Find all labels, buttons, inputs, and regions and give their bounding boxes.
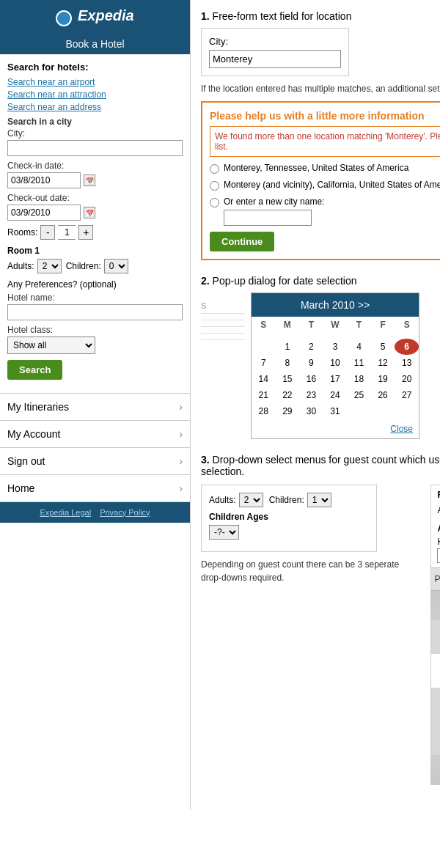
calendar-day bbox=[299, 333, 323, 339]
sidebar-item-home[interactable]: Home › bbox=[0, 475, 190, 502]
checkout-input[interactable] bbox=[7, 205, 81, 221]
hotel-name-input[interactable] bbox=[7, 304, 183, 320]
room1-header: Room 1 bbox=[7, 246, 183, 256]
calendar-day[interactable]: 28 bbox=[252, 403, 276, 419]
calendar-day[interactable]: 15 bbox=[276, 371, 300, 387]
search-near-airport-link[interactable]: Search near an airport bbox=[7, 77, 183, 87]
calendar-week-row bbox=[252, 333, 419, 339]
picker-item-2-selected[interactable]: ✓ 2 bbox=[431, 654, 440, 688]
calendar-day[interactable]: 1 bbox=[276, 339, 300, 355]
my-account-label: My Account bbox=[7, 428, 60, 440]
calendar-day[interactable]: 2 bbox=[299, 339, 323, 355]
calendar-day[interactable]: 29 bbox=[276, 403, 300, 419]
children-select[interactable]: 0123 bbox=[104, 259, 128, 273]
city-text-input[interactable] bbox=[209, 50, 341, 68]
calendar-day bbox=[395, 403, 419, 419]
book-hotel-header: Book a Hotel bbox=[0, 34, 190, 54]
calendar-day[interactable]: 24 bbox=[323, 387, 348, 403]
calendar-day[interactable]: 8 bbox=[276, 355, 300, 371]
calendar-day[interactable]: 31 bbox=[323, 403, 348, 419]
rooms-decrease-button[interactable]: - bbox=[40, 225, 55, 240]
checkout-row: 📅 bbox=[7, 205, 183, 221]
checkin-input[interactable] bbox=[7, 172, 81, 188]
search-near-address-link[interactable]: Search near an address bbox=[7, 102, 183, 112]
calendar-day[interactable]: 26 bbox=[371, 387, 395, 403]
search-near-attraction-link[interactable]: Search near an attraction bbox=[7, 89, 183, 100]
calendar-day bbox=[276, 333, 300, 339]
calendar-day[interactable]: 6 bbox=[395, 339, 419, 355]
calendar-day[interactable]: 3 bbox=[323, 339, 348, 355]
picker-item-3[interactable]: 3 bbox=[431, 688, 440, 721]
cal-day-mon: M bbox=[276, 317, 300, 333]
city-input[interactable] bbox=[7, 140, 183, 156]
calendar-day[interactable]: 27 bbox=[395, 387, 419, 403]
checkin-calendar-icon[interactable]: 📅 bbox=[84, 174, 95, 186]
calendar-day[interactable]: 5 bbox=[371, 339, 395, 355]
adults-select[interactable]: 2134 bbox=[37, 259, 62, 273]
calendar-day[interactable]: 30 bbox=[299, 403, 323, 419]
s3r-hotel-name-input[interactable] bbox=[437, 548, 440, 563]
privacy-policy-link[interactable]: Privacy Policy bbox=[100, 508, 150, 517]
s3-adults-row: Adults: 213 Children: 102 bbox=[209, 493, 369, 507]
s3-adults-select[interactable]: 213 bbox=[239, 493, 263, 507]
calendar-day[interactable]: 13 bbox=[395, 355, 419, 371]
age-select[interactable]: -?- bbox=[209, 525, 239, 540]
expedia-legal-link[interactable]: Expedia Legal bbox=[40, 508, 91, 517]
help-box-title: Please help us with a little more inform… bbox=[210, 110, 440, 122]
city-box-label: City: bbox=[209, 36, 341, 47]
picker-overlay-top bbox=[431, 591, 440, 620]
new-city-input[interactable] bbox=[224, 210, 312, 226]
expedia-logo-text: Expedia bbox=[78, 7, 134, 23]
calendar-day[interactable]: 19 bbox=[371, 371, 395, 387]
s3r-hotel-name-label: Hotel name: bbox=[437, 537, 440, 547]
section2: 2. Pop-up dialog for date selection S Ma… bbox=[201, 275, 440, 439]
picker-item-4[interactable]: 4 bbox=[431, 721, 440, 755]
calendar-close-link[interactable]: Close bbox=[390, 424, 413, 434]
calendar-table: S M T W T F S 12345678910111213141516171… bbox=[252, 317, 419, 419]
picker-item-1[interactable]: 1 bbox=[431, 620, 440, 654]
calendar-day[interactable]: 7 bbox=[252, 355, 276, 371]
calendar-day[interactable]: 22 bbox=[276, 387, 300, 403]
guest-count-box: Adults: 213 Children: 102 Children Ages bbox=[201, 485, 377, 552]
s3-children-select[interactable]: 102 bbox=[307, 493, 331, 507]
my-itineraries-arrow-icon: › bbox=[179, 401, 183, 413]
checkout-calendar-icon[interactable]: 📅 bbox=[84, 207, 95, 218]
calendar-day[interactable]: 11 bbox=[347, 355, 371, 371]
expedia-globe-icon bbox=[56, 10, 72, 26]
calendar-day[interactable]: 10 bbox=[323, 355, 348, 371]
radio-new-city[interactable] bbox=[210, 198, 219, 207]
picker-overlay-bottom bbox=[431, 755, 440, 784]
radio-tn[interactable] bbox=[210, 164, 219, 174]
calendar-day bbox=[252, 339, 276, 355]
sidebar-item-sign-out[interactable]: Sign out › bbox=[0, 448, 190, 475]
search-button[interactable]: Search bbox=[7, 360, 62, 380]
sidebar-item-my-account[interactable]: My Account › bbox=[0, 421, 190, 448]
calendar-day[interactable]: 20 bbox=[395, 371, 419, 387]
continue-button[interactable]: Continue bbox=[210, 232, 274, 251]
calendar-day[interactable]: 21 bbox=[252, 387, 276, 403]
sidebar-nav: My Itineraries › My Account › Sign out ›… bbox=[0, 393, 190, 502]
calendar-day[interactable]: 17 bbox=[323, 371, 348, 387]
s3r-hotel-name-row: Hotel name: bbox=[431, 535, 440, 567]
sidebar-item-my-itineraries[interactable]: My Itineraries › bbox=[0, 394, 190, 421]
calendar-day[interactable]: 18 bbox=[347, 371, 371, 387]
checkin-row: 📅 bbox=[7, 172, 183, 188]
rooms-increase-button[interactable]: + bbox=[78, 225, 93, 240]
calendar-week-row: 123456 bbox=[252, 339, 419, 355]
my-account-arrow-icon: › bbox=[179, 428, 183, 440]
calendar-day bbox=[371, 333, 395, 339]
calendar-day[interactable]: 9 bbox=[299, 355, 323, 371]
hotel-class-select[interactable]: Show all bbox=[7, 336, 95, 354]
section3-title: 3. Drop-down select menus for guest coun… bbox=[201, 454, 440, 477]
calendar-day[interactable]: 12 bbox=[371, 355, 395, 371]
calendar-day[interactable]: 23 bbox=[299, 387, 323, 403]
calendar-day[interactable]: 25 bbox=[347, 387, 371, 403]
toolbar-previous-button[interactable]: Previous bbox=[431, 571, 440, 587]
calendar-day[interactable]: 16 bbox=[299, 371, 323, 387]
calendar-day bbox=[323, 333, 348, 339]
radio-ca[interactable] bbox=[210, 181, 219, 191]
calendar-day[interactable]: 14 bbox=[252, 371, 276, 387]
calendar-day[interactable]: 4 bbox=[347, 339, 371, 355]
s3r-adults-label: Adults: bbox=[437, 505, 440, 515]
section1-title: 1. Free-form text field for location bbox=[201, 10, 440, 22]
